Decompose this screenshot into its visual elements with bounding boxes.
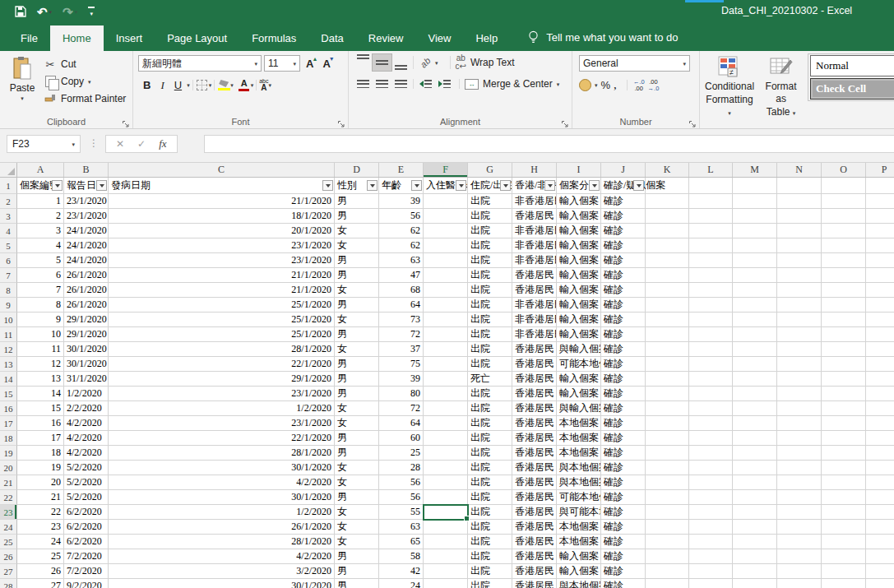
cell-M16[interactable] (733, 401, 777, 416)
cell-A28[interactable]: 27 (17, 579, 64, 588)
formula-bar-more-icon[interactable]: ⋮ (89, 137, 99, 149)
cell-K10[interactable] (646, 313, 689, 327)
cell-M3[interactable] (733, 209, 777, 224)
cell-O23[interactable] (822, 505, 866, 520)
cell-H28[interactable]: 香港居民 (512, 579, 557, 588)
cell-F18[interactable] (424, 431, 468, 446)
cell-G15[interactable]: 出院 (468, 387, 512, 401)
cell-L7[interactable] (689, 268, 733, 283)
cell-C4[interactable]: 20/1/2020 (109, 224, 335, 238)
cell-N2[interactable] (777, 194, 822, 209)
cell-O15[interactable] (822, 387, 866, 401)
tab-insert[interactable]: Insert (104, 25, 155, 51)
cell-A3[interactable]: 2 (17, 209, 64, 224)
cell-N16[interactable] (777, 401, 822, 416)
cell-F13[interactable] (424, 357, 468, 372)
fill-color-button[interactable] (217, 80, 230, 90)
cell-F19[interactable] (424, 446, 468, 461)
cell-M17[interactable] (733, 416, 777, 431)
cell-G27[interactable]: 出院 (468, 564, 512, 579)
cell-L19[interactable] (689, 446, 733, 461)
cell-F21[interactable] (424, 475, 468, 490)
cell-E12[interactable]: 37 (379, 342, 424, 357)
cell-K24[interactable] (646, 520, 689, 535)
cell-K8[interactable] (646, 283, 689, 298)
style-normal[interactable]: Normal (810, 55, 894, 76)
cell-B14[interactable]: 31/1/2020 (64, 372, 109, 387)
cell-M4[interactable] (733, 224, 777, 238)
conditional-formatting-button[interactable]: ≠ Conditional Formatting ▾ (705, 53, 754, 118)
row-header-17[interactable]: 17 (0, 416, 17, 431)
cell-M6[interactable] (733, 253, 777, 268)
cell-J24[interactable]: 確診 (601, 520, 646, 535)
cell-L4[interactable] (689, 224, 733, 238)
cell-A4[interactable]: 3 (17, 224, 64, 238)
cell-A6[interactable]: 5 (17, 253, 64, 268)
cell-F17[interactable] (424, 416, 468, 431)
cell-G24[interactable]: 出院 (468, 520, 512, 535)
row-header-6[interactable]: 6 (0, 253, 17, 268)
cell-G14[interactable]: 死亡 (468, 372, 512, 387)
cell-I17[interactable]: 本地個案 (557, 416, 601, 431)
cell-O27[interactable] (822, 564, 866, 579)
filter-button-J[interactable] (633, 180, 644, 191)
cell-A24[interactable]: 23 (17, 520, 64, 535)
filter-button-A[interactable] (52, 180, 63, 191)
cell-L17[interactable] (689, 416, 733, 431)
cell-C11[interactable]: 25/1/2020 (109, 327, 335, 342)
cell-O3[interactable] (822, 209, 866, 224)
format-painter-button[interactable]: Format Painter (41, 91, 128, 106)
cell-N19[interactable] (777, 446, 822, 461)
cell-P26[interactable] (866, 549, 894, 564)
cell-N28[interactable] (777, 579, 822, 588)
column-header-J[interactable]: J (601, 163, 646, 177)
tab-file[interactable]: File (8, 25, 50, 51)
column-header-H[interactable]: H (512, 163, 557, 177)
tab-view[interactable]: View (415, 25, 463, 51)
cell-L28[interactable] (689, 579, 733, 588)
cell-C21[interactable]: 4/2/2020 (109, 475, 335, 490)
cell-F9[interactable] (424, 298, 468, 313)
cell-L25[interactable] (689, 535, 733, 549)
cell-B6[interactable]: 24/1/2020 (64, 253, 109, 268)
cell-D23[interactable]: 女 (335, 505, 379, 520)
align-right-button[interactable] (391, 76, 410, 92)
column-header-C[interactable]: C (109, 163, 335, 177)
cell-M8[interactable] (733, 283, 777, 298)
cell-I8[interactable]: 輸入個案 (557, 283, 601, 298)
accounting-format-button[interactable] (579, 79, 591, 91)
tell-me-box[interactable]: Tell me what you want to do (528, 23, 678, 51)
cell-O19[interactable] (822, 446, 866, 461)
row-header-4[interactable]: 4 (0, 224, 17, 238)
cell-E23[interactable]: 55 (379, 505, 424, 520)
cell-K6[interactable] (646, 253, 689, 268)
cell-L16[interactable] (689, 401, 733, 416)
cell-N18[interactable] (777, 431, 822, 446)
cell-F15[interactable] (424, 387, 468, 401)
cell-B27[interactable]: 7/2/2020 (64, 564, 109, 579)
cell-L2[interactable] (689, 194, 733, 209)
filter-button-B[interactable] (96, 180, 107, 191)
cell-P5[interactable] (866, 238, 894, 253)
cell-L14[interactable] (689, 372, 733, 387)
cell-N21[interactable] (777, 475, 822, 490)
cell-M14[interactable] (733, 372, 777, 387)
cell-G12[interactable]: 出院 (468, 342, 512, 357)
cell-O9[interactable] (822, 298, 866, 313)
cell-I19[interactable]: 本地個案 (557, 446, 601, 461)
cell-O13[interactable] (822, 357, 866, 372)
active-cell-selection[interactable] (423, 504, 469, 521)
font-size-combo[interactable]: 11 ▾ (264, 55, 300, 72)
cell-N11[interactable] (777, 327, 822, 342)
cell-B18[interactable]: 4/2/2020 (64, 431, 109, 446)
cell-H16[interactable]: 香港居民 (512, 401, 557, 416)
cell-J22[interactable]: 確診 (601, 490, 646, 505)
cell-G16[interactable]: 出院 (468, 401, 512, 416)
cell-D28[interactable]: 男 (335, 579, 379, 588)
cell-E7[interactable]: 47 (379, 268, 424, 283)
save-button[interactable] (15, 6, 26, 17)
cell-B16[interactable]: 2/2/2020 (64, 401, 109, 416)
cell-O4[interactable] (822, 224, 866, 238)
cell-J13[interactable]: 確診 (601, 357, 646, 372)
cell-D4[interactable]: 女 (335, 224, 379, 238)
